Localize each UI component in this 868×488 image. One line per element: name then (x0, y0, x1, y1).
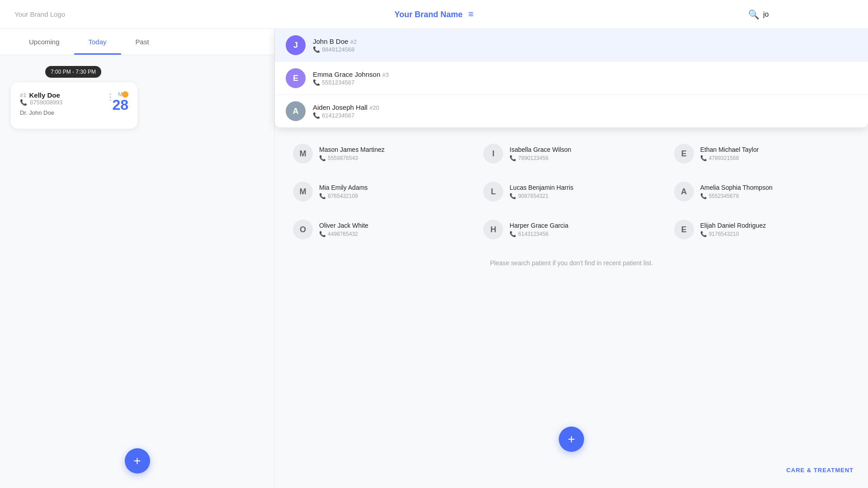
grid-name-isabella: Isabella Grace Wilson (509, 146, 659, 153)
phone-icon: 📞 (509, 155, 516, 161)
grid-phone-ethan: 📞 4789321568 (700, 155, 850, 161)
search-icon: 🔍 (748, 9, 760, 20)
phone-icon: 📞 (319, 231, 326, 237)
doctor-name: Dr. John Doe (20, 109, 62, 116)
grid-name-mason: Mason James Martinez (319, 146, 469, 153)
patient-item-isabella[interactable]: I Isabella Grace Wilson 📞 7890123456 (476, 135, 666, 173)
grid-phone-lucas: 📞 9087654321 (509, 193, 659, 199)
fab-add-right[interactable]: + (559, 427, 584, 452)
grid-name-oliver: Oliver Jack White (319, 222, 469, 229)
status-dot (122, 91, 128, 98)
grid-name-mia: Mia Emily Adams (319, 184, 469, 191)
grid-phone-amelia: 📞 5552345678 (700, 193, 850, 199)
patient-info: #1 Kelly Doe 📞 8759008993 Dr. John Doe (20, 91, 62, 116)
right-panel: J John B Doe #2 📞 9849124568 E Emma (275, 29, 868, 488)
dropdown-info-aiden: Aiden Joseph Hall #20 📞 6141234567 (313, 103, 857, 119)
header: Your Brand Logo Your Brand Name ≡ 🔍 (0, 0, 868, 29)
dropdown-name-john: John B Doe #2 (313, 38, 857, 45)
grid-name-ethan: Ethan Michael Taylor (700, 146, 850, 153)
phone-icon: 📞 (20, 99, 27, 106)
avatar-elijah: E (674, 220, 694, 239)
dropdown-phone-emma: 📞 5551234567 (313, 79, 857, 86)
grid-name-elijah: Elijah Daniel Rodriguez (700, 222, 850, 229)
phone-icon: 📞 (700, 193, 707, 199)
avatar-amelia: A (674, 182, 694, 202)
grid-info-lucas: Lucas Benjamin Harris 📞 9087654321 (509, 184, 659, 199)
appt-number: #1 (20, 92, 26, 99)
phone-icon: 📞 (509, 231, 516, 237)
grid-info-elijah: Elijah Daniel Rodriguez 📞 9176543210 (700, 222, 850, 237)
grid-name-harper: Harper Grace Garcia (509, 222, 659, 229)
patient-item-amelia[interactable]: A Amelia Sophia Thompson 📞 5552345678 (667, 173, 857, 211)
grid-phone-mason: 📞 5559876543 (319, 155, 469, 161)
grid-name-amelia: Amelia Sophia Thompson (700, 184, 850, 191)
avatar-john: J (286, 35, 306, 55)
grid-phone-mia: 📞 8765432109 (319, 193, 469, 199)
grid-info-mason: Mason James Martinez 📞 5559876543 (319, 146, 469, 161)
avatar-ethan: E (674, 144, 694, 164)
patient-item-lucas[interactable]: L Lucas Benjamin Harris 📞 9087654321 (476, 173, 666, 211)
phone-icon: 📞 (313, 112, 320, 119)
patient-name: Kelly Doe (29, 91, 60, 99)
dropdown-item-aiden[interactable]: A Aiden Joseph Hall #20 📞 6141234567 (275, 95, 868, 127)
grid-info-mia: Mia Emily Adams 📞 8765432109 (319, 184, 469, 199)
patient-item-mia[interactable]: M Mia Emily Adams 📞 8765432109 (286, 173, 476, 211)
avatar-isabella: I (483, 144, 503, 164)
phone-row: 📞 8759008993 (20, 99, 62, 106)
avatar-aiden: A (286, 101, 306, 121)
care-treatment-label: CARE & TREATMENT (786, 467, 854, 474)
search-input[interactable] (763, 10, 854, 19)
tab-upcoming[interactable]: Upcoming (14, 29, 74, 55)
menu-icon[interactable]: ≡ (468, 9, 474, 19)
patient-item-ethan[interactable]: E Ethan Michael Taylor 📞 4789321568 (667, 135, 857, 173)
appointment-card[interactable]: #1 Kelly Doe 📞 8759008993 Dr. John Doe M… (11, 82, 137, 129)
dropdown-info-emma: Emma Grace Johnson #3 📞 5551234567 (313, 70, 857, 86)
main: Upcoming Today Past 7:00 PM - 7:30 PM #1… (0, 29, 868, 488)
patient-item-mason[interactable]: M Mason James Martinez 📞 5559876543 (286, 135, 476, 173)
avatar-mason: M (293, 144, 313, 164)
grid-info-isabella: Isabella Grace Wilson 📞 7890123456 (509, 146, 659, 161)
brand-logo: Your Brand Logo (14, 10, 65, 18)
brand-name: Your Brand Name (395, 10, 463, 19)
avatar-lucas: L (483, 182, 503, 202)
phone-icon: 📞 (700, 231, 707, 237)
dropdown-badge-john: #2 (350, 38, 357, 45)
grid-info-ethan: Ethan Michael Taylor 📞 4789321568 (700, 146, 850, 161)
grid-phone-elijah: 📞 9176543210 (700, 231, 850, 237)
dropdown-phone-john: 📞 9849124568 (313, 46, 857, 53)
dropdown-item-john[interactable]: J John B Doe #2 📞 9849124568 (275, 29, 868, 62)
grid-phone-oliver: 📞 4498765432 (319, 231, 469, 237)
avatar-mia: M (293, 182, 313, 202)
dropdown-badge-aiden: #20 (369, 104, 379, 111)
avatar-harper: H (483, 220, 503, 239)
grid-phone-harper: 📞 6143123456 (509, 231, 659, 237)
patient-item-harper[interactable]: H Harper Grace Garcia 📞 6143123456 (476, 211, 666, 249)
header-left: Your Brand Logo (14, 10, 65, 18)
left-panel: Upcoming Today Past 7:00 PM - 7:30 PM #1… (0, 29, 275, 488)
grid-info-oliver: Oliver Jack White 📞 4498765432 (319, 222, 469, 237)
tabs: Upcoming Today Past (0, 29, 274, 55)
dropdown-name-emma: Emma Grace Johnson #3 (313, 70, 857, 78)
search-dropdown: J John B Doe #2 📞 9849124568 E Emma (275, 29, 868, 127)
grid-name-lucas: Lucas Benjamin Harris (509, 184, 659, 191)
dropdown-item-emma[interactable]: E Emma Grace Johnson #3 📞 5551234567 (275, 62, 868, 95)
phone-icon: 📞 (509, 193, 516, 199)
phone-icon: 📞 (313, 79, 320, 86)
phone-icon: 📞 (319, 155, 326, 161)
dropdown-phone-aiden: 📞 6141234567 (313, 112, 857, 119)
patient-item-elijah[interactable]: E Elijah Daniel Rodriguez 📞 9176543210 (667, 211, 857, 249)
grid-phone-isabella: 📞 7890123456 (509, 155, 659, 161)
patient-name-row: #1 Kelly Doe (20, 91, 62, 99)
dropdown-info-john: John B Doe #2 📞 9849124568 (313, 38, 857, 53)
more-options-icon[interactable]: ⋮ (106, 91, 115, 102)
fab-add-left[interactable]: + (125, 448, 150, 474)
tab-today[interactable]: Today (74, 29, 121, 55)
phone-icon: 📞 (700, 155, 707, 161)
appointment-area: 7:00 PM - 7:30 PM #1 Kelly Doe 📞 8759008… (0, 55, 274, 488)
phone-number: 8759008993 (30, 99, 62, 106)
tab-past[interactable]: Past (121, 29, 164, 55)
patient-grid: M Mason James Martinez 📞 5559876543 I Is… (286, 135, 857, 249)
patient-item-oliver[interactable]: O Oliver Jack White 📞 4498765432 (286, 211, 476, 249)
time-tooltip: 7:00 PM - 7:30 PM (45, 66, 101, 78)
phone-icon: 📞 (319, 193, 326, 199)
